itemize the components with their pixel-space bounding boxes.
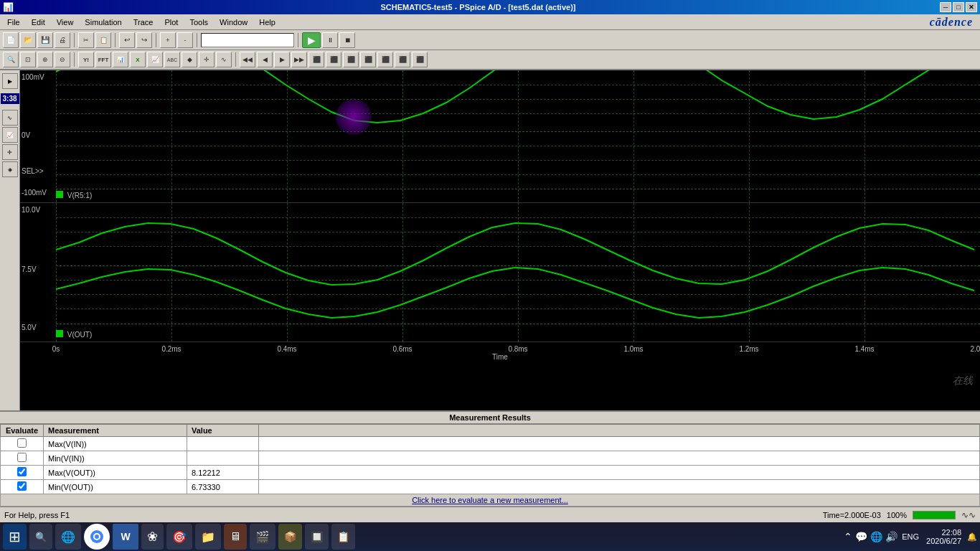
tray-network[interactable]: 🌐	[870, 531, 882, 542]
paste-btn[interactable]: 📋	[95, 32, 111, 48]
status-right: Time=2.000E-03 100% ∿∿	[823, 510, 976, 520]
taskbar-edge[interactable]: 🌐	[55, 524, 81, 550]
data4-btn[interactable]: ⬛	[360, 52, 376, 67]
wave-btn[interactable]: ∿	[216, 52, 232, 67]
sel-label: SEL>>	[22, 167, 44, 175]
fft-btn[interactable]: FFT	[95, 52, 111, 67]
taskbar-app7[interactable]: 🖥	[224, 524, 247, 550]
clock[interactable]: 22:08 2020/6/27	[923, 528, 964, 545]
svg-point-2	[95, 534, 99, 539]
measurement-panel: Measurement Results Evaluate Measurement…	[0, 410, 980, 507]
print-btn[interactable]: 🖨	[55, 32, 70, 48]
redo-btn[interactable]: ↪	[136, 32, 152, 48]
window-title: SCHEMATIC5-test5 - PSpice A/D - [test5.d…	[17, 3, 940, 11]
taskbar-app8[interactable]: 🎬	[250, 524, 275, 550]
sep7	[235, 52, 236, 67]
prev-btn[interactable]: ◀◀	[240, 52, 255, 67]
zoom-fit-btn[interactable]: ⊡	[20, 52, 36, 67]
x-label-04: 0.4ms	[277, 345, 296, 353]
tray-notification[interactable]: 🔔	[967, 532, 977, 542]
app-maximize-btn[interactable]: □	[953, 2, 964, 12]
save-btn[interactable]: 💾	[37, 32, 53, 48]
progress-bar-container	[913, 511, 956, 519]
label-btn[interactable]: ABC	[164, 52, 180, 67]
tray-chat[interactable]: 💬	[855, 531, 867, 542]
menu-help[interactable]: Help	[253, 17, 281, 28]
zoom-in2-btn[interactable]: ⊕	[37, 52, 53, 67]
data3-btn[interactable]: ⬛	[343, 52, 359, 67]
mark-btn[interactable]: ◆	[182, 52, 197, 67]
data5-btn[interactable]: ⬛	[377, 52, 393, 67]
data1-btn[interactable]: ⬛	[308, 52, 324, 67]
waveform-icon: ∿∿	[961, 510, 976, 520]
menu-plot[interactable]: Plot	[159, 17, 184, 28]
start-button[interactable]: ⊞	[3, 524, 27, 550]
sep2	[115, 33, 116, 47]
tray-lang[interactable]: ENG	[900, 532, 920, 541]
taskbar-app11[interactable]: 📋	[331, 524, 355, 550]
sidebar-btn-1[interactable]: ▶	[2, 73, 18, 89]
taskbar-app9[interactable]: 📦	[278, 524, 302, 550]
sidebar-meas-btn[interactable]: ◈	[2, 161, 18, 177]
simulation-name-input[interactable]: SCHEMATIC5-test5	[201, 33, 294, 47]
last-btn[interactable]: ▶▶	[291, 52, 307, 67]
taskbar-app4[interactable]: ❀	[141, 524, 164, 550]
y-axis-btn[interactable]: Y!	[78, 52, 94, 67]
stop-btn[interactable]: ⏹	[339, 32, 355, 48]
app-minimize-btn[interactable]: ─	[940, 2, 951, 12]
zoom-in-btn[interactable]: +	[160, 32, 176, 48]
app-close-btn[interactable]: ✕	[966, 2, 977, 12]
meas-check-4[interactable]	[17, 481, 27, 491]
data6-btn[interactable]: ⬛	[395, 52, 410, 67]
menu-tools[interactable]: Tools	[184, 17, 214, 28]
data7-btn[interactable]: ⬛	[412, 52, 428, 67]
sidebar-chart-btn[interactable]: 📈	[2, 127, 18, 143]
add-measurement-row[interactable]: Click here to evaluate a new measurement…	[1, 494, 980, 507]
undo-btn[interactable]: ↩	[119, 32, 135, 48]
taskbar-search[interactable]: 🔍	[29, 524, 52, 550]
copy-btn[interactable]: ✂	[78, 32, 94, 48]
col-header-evaluate: Evaluate	[1, 425, 44, 437]
taskbar-app6[interactable]: 📁	[195, 524, 221, 550]
menu-edit[interactable]: Edit	[26, 17, 51, 28]
taskbar-chrome[interactable]	[84, 524, 110, 550]
new-btn[interactable]: 📄	[3, 32, 19, 48]
menu-view[interactable]: View	[51, 17, 80, 28]
open-btn[interactable]: 📂	[20, 32, 36, 48]
taskbar-word[interactable]: W	[113, 524, 138, 550]
sep3	[156, 33, 156, 47]
zoom-level: 100%	[887, 511, 907, 519]
xls-btn[interactable]: X	[130, 52, 146, 67]
fwd-btn[interactable]: ▶	[274, 52, 290, 67]
sidebar-cur-btn[interactable]: ✛	[2, 144, 18, 160]
run-simulation-btn[interactable]: ▶	[302, 32, 321, 48]
data2-btn[interactable]: ⬛	[326, 52, 341, 67]
meas-check-3[interactable]	[17, 467, 27, 476]
chart-btn[interactable]: 📈	[147, 52, 163, 67]
tray-volume[interactable]: 🔊	[885, 531, 897, 542]
plot-area[interactable]: 100mV 0V -100mV	[20, 70, 980, 410]
tray-arrow[interactable]: ⌃	[844, 531, 852, 542]
cursor-btn[interactable]: ✛	[199, 52, 215, 67]
time-axis: 0s 0.2ms 0.4ms 0.6ms 0.8ms 1.0ms 1.2ms 1…	[20, 342, 980, 362]
cadence-logo: cādence	[930, 14, 979, 29]
menu-window[interactable]: Window	[214, 17, 253, 28]
y-label-mid-bot: 7.5V	[22, 265, 37, 273]
menu-file[interactable]: File	[1, 17, 26, 28]
zoom-out-btn[interactable]: -	[177, 32, 193, 48]
taskbar-app5[interactable]: 🎯	[166, 524, 192, 550]
menu-simulation[interactable]: Simulation	[79, 17, 127, 28]
meas-name-3: Max(V(OUT))	[44, 466, 187, 480]
sidebar-trace-btn[interactable]: ∿	[2, 110, 18, 126]
zoom-area-btn[interactable]: 🔍	[3, 52, 19, 67]
meas-btn[interactable]: 📊	[113, 52, 128, 67]
pause-btn[interactable]: ⏸	[322, 32, 338, 48]
meas-check-2[interactable]	[17, 453, 27, 462]
status-help: For Help, press F1	[4, 511, 70, 519]
back-btn[interactable]: ◀	[257, 52, 273, 67]
menu-trace[interactable]: Trace	[128, 17, 159, 28]
taskbar-app10[interactable]: 🔲	[305, 524, 329, 550]
zoom-out2-btn[interactable]: ⊖	[55, 52, 70, 67]
meas-check-1[interactable]	[17, 438, 27, 448]
trace-label-top: V(R5:1)	[56, 191, 92, 199]
